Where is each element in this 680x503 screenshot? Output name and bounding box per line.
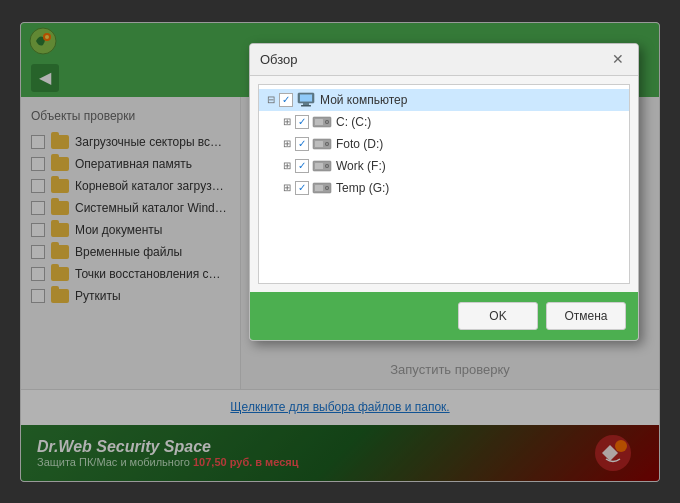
app-window: ◀ Объекты проверки Загрузочные секторы в… xyxy=(20,22,660,482)
tree-view[interactable]: ⊟ Мой компьютер ⊞ xyxy=(258,84,630,284)
dialog-title: Обзор xyxy=(260,52,298,67)
ok-button[interactable]: OK xyxy=(458,302,538,330)
svg-rect-19 xyxy=(315,163,323,169)
tree-item-g[interactable]: ⊞ Temp (G:) xyxy=(259,177,629,199)
tree-item-c[interactable]: ⊞ C: (C:) xyxy=(259,111,629,133)
drive-d-icon xyxy=(312,136,332,152)
svg-rect-11 xyxy=(315,119,323,125)
tree-expand-d[interactable]: ⊞ xyxy=(279,136,295,152)
tree-item-root[interactable]: ⊟ Мой компьютер xyxy=(259,89,629,111)
tree-checkbox-f[interactable] xyxy=(295,159,309,173)
tree-item-d[interactable]: ⊞ Foto (D:) xyxy=(259,133,629,155)
tree-checkbox-root[interactable] xyxy=(279,93,293,107)
svg-point-13 xyxy=(326,121,328,123)
svg-point-17 xyxy=(326,143,328,145)
tree-checkbox-c[interactable] xyxy=(295,115,309,129)
tree-root-label: Мой компьютер xyxy=(320,93,407,107)
svg-rect-8 xyxy=(303,103,309,105)
tree-expand-c[interactable]: ⊞ xyxy=(279,114,295,130)
svg-point-21 xyxy=(326,165,328,167)
tree-expand-f[interactable]: ⊞ xyxy=(279,158,295,174)
cancel-button[interactable]: Отмена xyxy=(546,302,626,330)
tree-d-label: Foto (D:) xyxy=(336,137,383,151)
tree-f-label: Work (F:) xyxy=(336,159,386,173)
dialog-overlay: Обзор ✕ ⊟ Мой компьютер xyxy=(21,23,659,481)
drive-f-icon xyxy=(312,158,332,174)
tree-checkbox-d[interactable] xyxy=(295,137,309,151)
dialog-titlebar: Обзор ✕ xyxy=(250,44,638,76)
tree-item-f[interactable]: ⊞ Work (F:) xyxy=(259,155,629,177)
tree-checkbox-g[interactable] xyxy=(295,181,309,195)
svg-point-25 xyxy=(326,187,328,189)
svg-rect-7 xyxy=(300,94,312,101)
dialog-close-button[interactable]: ✕ xyxy=(608,49,628,69)
dialog-footer: OK Отмена xyxy=(250,292,638,340)
svg-rect-23 xyxy=(315,185,323,191)
svg-rect-9 xyxy=(301,105,311,107)
tree-c-label: C: (C:) xyxy=(336,115,371,129)
drive-c-icon xyxy=(312,114,332,130)
browse-dialog: Обзор ✕ ⊟ Мой компьютер xyxy=(249,43,639,341)
drive-g-icon xyxy=(312,180,332,196)
computer-icon xyxy=(296,92,316,108)
tree-expand-g[interactable]: ⊞ xyxy=(279,180,295,196)
svg-rect-15 xyxy=(315,141,323,147)
tree-g-label: Temp (G:) xyxy=(336,181,389,195)
tree-expand-root[interactable]: ⊟ xyxy=(263,92,279,108)
